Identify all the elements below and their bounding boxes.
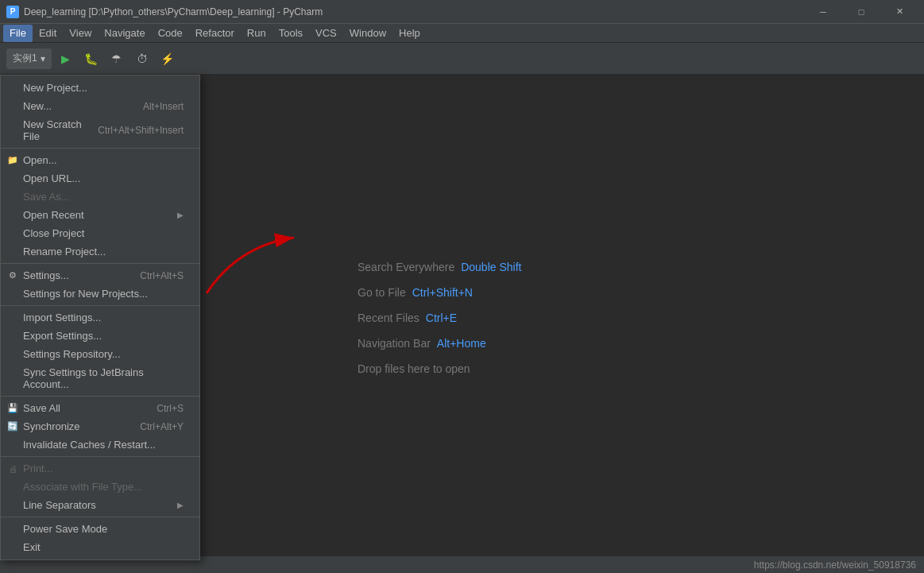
- folder-icon: 📁: [7, 155, 18, 166]
- menu-save-as: Save As...: [1, 188, 199, 206]
- menu-exit[interactable]: Exit: [1, 538, 199, 556]
- dropdown-overlay[interactable]: New Project... New... Alt+Insert New Scr…: [0, 75, 924, 573]
- menu-new-scratch[interactable]: New Scratch File Ctrl+Alt+Shift+Insert: [1, 115, 199, 145]
- run-button[interactable]: ▶: [55, 48, 77, 70]
- menu-sync-jetbrains[interactable]: Sync Settings to JetBrains Account...: [1, 363, 199, 393]
- profile-button[interactable]: ⏱: [131, 48, 153, 70]
- menu-run[interactable]: Run: [241, 25, 273, 42]
- separator-6: [1, 517, 199, 517]
- menu-line-separators[interactable]: Line Separators ▶: [1, 496, 199, 514]
- separator-5: [1, 456, 199, 457]
- menu-window[interactable]: Window: [343, 25, 392, 42]
- menu-file[interactable]: File: [3, 25, 33, 42]
- menu-save-all[interactable]: 💾 Save All Ctrl+S: [1, 399, 199, 417]
- menu-bar: File Edit View Navigate Code Refactor Ru…: [0, 24, 924, 43]
- menu-associate-file-type: Associate with File Type...: [1, 478, 199, 496]
- separator-1: [1, 148, 199, 149]
- menu-help[interactable]: Help: [392, 25, 427, 42]
- menu-settings[interactable]: ⚙ Settings... Ctrl+Alt+S: [1, 266, 199, 285]
- save-icon: 💾: [7, 403, 18, 414]
- title-text: Deep_learning [D:\Python_others\PyCharm\…: [24, 6, 805, 17]
- run-config-arrow: ▾: [41, 53, 45, 64]
- maximize-button[interactable]: □: [843, 0, 880, 24]
- menu-view[interactable]: View: [63, 25, 98, 42]
- menu-navigate[interactable]: Navigate: [98, 25, 151, 42]
- sync-icon: 🔄: [7, 421, 18, 432]
- concurrency-button[interactable]: ⚡: [157, 48, 179, 70]
- menu-export-settings[interactable]: Export Settings...: [1, 327, 199, 345]
- menu-code[interactable]: Code: [152, 25, 189, 42]
- menu-print: 🖨 Print...: [1, 459, 199, 478]
- menu-power-save[interactable]: Power Save Mode: [1, 520, 199, 538]
- menu-open-recent[interactable]: Open Recent ▶: [1, 206, 199, 224]
- app-icon: P: [6, 6, 19, 18]
- menu-synchronize[interactable]: 🔄 Synchronize Ctrl+Alt+Y: [1, 417, 199, 436]
- run-config-label: 实例1: [13, 52, 37, 65]
- menu-open[interactable]: 📁 Open...: [1, 151, 199, 169]
- submenu-arrow: ▶: [177, 211, 184, 219]
- menu-settings-new-projects[interactable]: Settings for New Projects...: [1, 285, 199, 303]
- menu-invalidate-caches[interactable]: Invalidate Caches / Restart...: [1, 436, 199, 454]
- menu-import-settings[interactable]: Import Settings...: [1, 308, 199, 327]
- separator-4: [1, 396, 199, 397]
- separator-2: [1, 263, 199, 264]
- print-icon: 🖨: [7, 463, 18, 474]
- title-bar: P Deep_learning [D:\Python_others\PyChar…: [0, 0, 924, 24]
- menu-close-project[interactable]: Close Project: [1, 224, 199, 242]
- menu-rename-project[interactable]: Rename Project...: [1, 242, 199, 261]
- toolbar: 实例1 ▾ ▶ 🐛 ☂ ⏱ ⚡: [0, 43, 924, 75]
- menu-tools[interactable]: Tools: [273, 25, 309, 42]
- menu-new[interactable]: New... Alt+Insert: [1, 97, 199, 115]
- settings-icon: ⚙: [7, 270, 18, 281]
- separator-3: [1, 305, 199, 306]
- menu-vcs[interactable]: VCS: [309, 25, 343, 42]
- window-controls: ─ □ ✕: [805, 0, 918, 24]
- file-dropdown-menu: New Project... New... Alt+Insert New Scr…: [0, 75, 200, 560]
- menu-edit[interactable]: Edit: [33, 25, 63, 42]
- menu-settings-repository[interactable]: Settings Repository...: [1, 345, 199, 363]
- close-button[interactable]: ✕: [881, 0, 918, 24]
- menu-refactor[interactable]: Refactor: [189, 25, 241, 42]
- line-sep-arrow: ▶: [177, 501, 184, 509]
- menu-open-url[interactable]: Open URL...: [1, 169, 199, 188]
- coverage-button[interactable]: ☂: [106, 48, 128, 70]
- debug-button[interactable]: 🐛: [80, 48, 102, 70]
- main-content: New Project... New... Alt+Insert New Scr…: [0, 75, 924, 573]
- menu-new-project[interactable]: New Project...: [1, 79, 199, 97]
- run-config-selector[interactable]: 实例1 ▾: [6, 48, 52, 69]
- minimize-button[interactable]: ─: [805, 0, 841, 24]
